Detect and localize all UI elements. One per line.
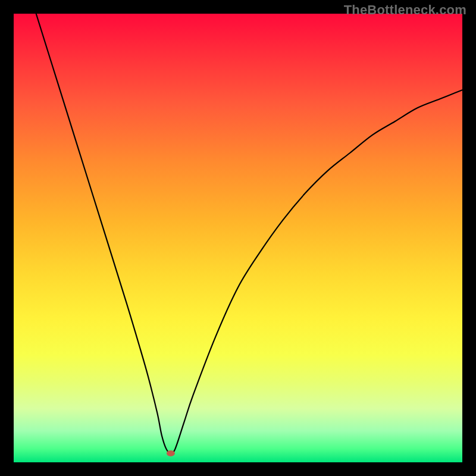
curve-svg	[14, 14, 462, 462]
bottleneck-curve	[36, 14, 462, 453]
chart-frame: TheBottleneck.com	[0, 0, 476, 476]
watermark-text: TheBottleneck.com	[344, 2, 466, 18]
minimum-marker	[167, 450, 175, 456]
plot-area	[14, 14, 462, 462]
